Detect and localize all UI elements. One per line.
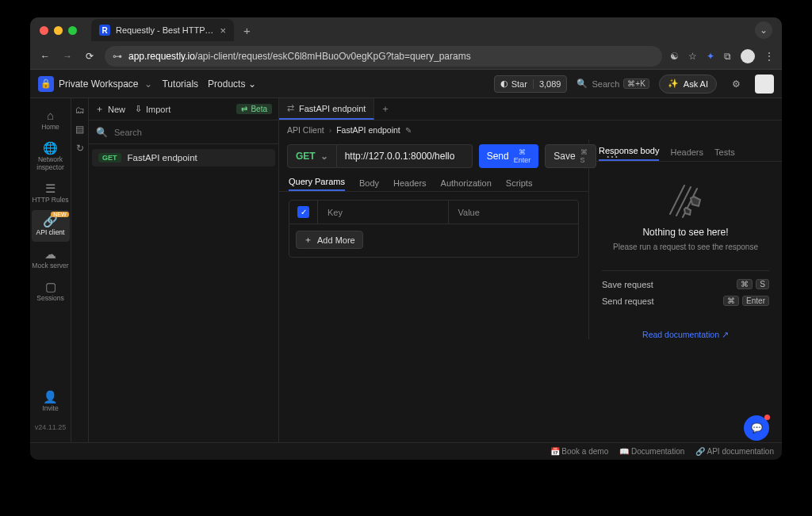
rail-sessions[interactable]: ▢ Sessions xyxy=(32,276,70,307)
sidebar-search-input[interactable] xyxy=(114,128,274,137)
external-link-icon: ↗ xyxy=(722,330,729,339)
rail-mock-label: Mock server xyxy=(32,262,68,269)
sidebar: ＋New ⇩Import ⇄Beta 🔍 GET FastAPI endpoin… xyxy=(89,98,279,442)
response-panel: Response body Headers Tests Nothing xyxy=(588,140,782,339)
documentation-link[interactable]: 📖 Documentation xyxy=(619,447,684,456)
gear-icon: ⚙ xyxy=(732,78,741,90)
browser-toolbar: ← → ⟳ ⊶ app.requestly.io/api-client/requ… xyxy=(30,43,782,70)
sidebar-rail: 🗂 ▤ ↻ xyxy=(71,98,89,442)
import-button[interactable]: ⇩Import xyxy=(135,104,170,114)
add-tab-button[interactable]: ＋ xyxy=(374,98,396,120)
kebab-menu-icon[interactable]: ⋮ xyxy=(764,51,774,62)
rail-mock-server[interactable]: ☁ Mock server xyxy=(32,243,70,274)
window-controls[interactable] xyxy=(40,26,77,35)
arrows-icon: ⇄ xyxy=(287,103,294,113)
collection-icon[interactable]: 🗂 xyxy=(75,105,85,116)
extensions-menu-icon[interactable]: ⧉ xyxy=(724,51,731,62)
chat-icon: 💬 xyxy=(751,422,763,434)
minimize-window-icon[interactable] xyxy=(54,26,63,35)
rail-api-client-label: API client xyxy=(36,229,65,236)
new-button[interactable]: ＋New xyxy=(95,103,125,115)
reload-button[interactable]: ⟳ xyxy=(82,51,97,62)
tab-response-body[interactable]: Response body xyxy=(599,146,659,161)
maximize-window-icon[interactable] xyxy=(68,26,77,35)
subtab-query-params[interactable]: Query Params xyxy=(289,177,345,191)
environments-icon[interactable]: ▤ xyxy=(75,124,84,135)
browser-tab[interactable]: R Requestly - Best HTTP Interc × xyxy=(91,19,234,41)
request-item[interactable]: GET FastAPI endpoint xyxy=(92,149,275,166)
workspace-selector[interactable]: 🔒 Private Workspace ⌄ xyxy=(38,76,152,92)
subtab-scripts[interactable]: Scripts xyxy=(506,178,533,191)
new-tab-button[interactable]: + xyxy=(243,24,251,37)
table-header: ✓ Key Value xyxy=(289,201,578,224)
key-column-header: Key xyxy=(318,201,448,224)
app-topbar: 🔒 Private Workspace ⌄ Tutorials Products… xyxy=(30,70,782,98)
svg-marker-0 xyxy=(691,197,700,206)
chat-button[interactable]: 💬 xyxy=(744,415,769,441)
close-window-icon[interactable] xyxy=(40,26,48,35)
request-tab[interactable]: ⇄ FastAPI endpoint xyxy=(279,98,374,120)
products-menu[interactable]: Products ⌄ xyxy=(208,78,256,90)
crumb-root[interactable]: API Client xyxy=(287,125,324,135)
close-tab-icon[interactable]: × xyxy=(220,25,226,36)
tab-title: Requestly - Best HTTP Interc xyxy=(116,25,214,35)
book-demo-link[interactable]: 📅 Book a demo xyxy=(550,447,609,456)
chevron-down-icon[interactable]: ⌄ xyxy=(755,21,772,39)
ask-ai-button[interactable]: ✨ Ask AI xyxy=(659,75,717,94)
method-label: GET xyxy=(296,151,316,162)
import-label: Import xyxy=(146,105,170,114)
rail-invite[interactable]: 👤 Invite xyxy=(32,386,70,417)
profile-button[interactable] xyxy=(755,75,774,94)
bookmark-icon[interactable]: ☆ xyxy=(688,51,697,62)
edit-icon[interactable]: ✎ xyxy=(405,126,412,135)
arrows-icon: ⇄ xyxy=(241,105,247,113)
tab-response-headers[interactable]: Headers xyxy=(670,147,703,161)
github-star-button[interactable]: ◐Star 3,089 xyxy=(494,75,568,93)
keyboard-hints: Save request ⌘S Send request ⌘Enter Read… xyxy=(602,270,769,339)
chevron-down-icon: ⌄ xyxy=(144,78,152,90)
subtab-body[interactable]: Body xyxy=(359,178,379,191)
forward-button[interactable]: → xyxy=(60,51,75,62)
sidebar-search: 🔍 xyxy=(89,120,278,144)
video-icon: ▢ xyxy=(45,281,56,292)
api-documentation-link[interactable]: 🔗 API documentation xyxy=(695,447,774,456)
translate-icon[interactable]: ☯ xyxy=(670,51,679,62)
send-button[interactable]: Send ⌘ Enter xyxy=(479,144,539,168)
rail-http-rules[interactable]: ☰ HTTP Rules xyxy=(32,178,70,208)
hint-send: Send request ⌘Enter xyxy=(602,296,769,306)
subtab-authorization[interactable]: Authorization xyxy=(441,178,492,191)
select-all-checkbox[interactable]: ✓ xyxy=(289,201,318,224)
url-input[interactable] xyxy=(337,144,473,168)
rail-network-inspector[interactable]: 🌐 Network inspector xyxy=(32,137,70,176)
products-label: Products xyxy=(208,78,245,90)
save-hint: ⌘ S xyxy=(580,148,588,164)
sidebar-header: ＋New ⇩Import ⇄Beta xyxy=(89,98,278,120)
new-label: New xyxy=(108,105,125,114)
workspace-name: Private Workspace xyxy=(59,78,138,90)
rail-api-client[interactable]: NEW 🔗 API client xyxy=(32,210,70,241)
method-pill: GET xyxy=(98,153,121,162)
tab-tests[interactable]: Tests xyxy=(714,147,735,161)
settings-button[interactable]: ⚙ xyxy=(726,75,745,94)
global-search[interactable]: 🔍 Search ⌘+K xyxy=(576,78,649,89)
address-bar[interactable]: ⊶ app.requestly.io/api-client/request/es… xyxy=(105,46,662,67)
subtab-headers[interactable]: Headers xyxy=(393,178,427,191)
back-button[interactable]: ← xyxy=(38,51,52,62)
method-select[interactable]: GET ⌄ xyxy=(287,144,337,168)
user-plus-icon: 👤 xyxy=(43,391,58,403)
send-hint: ⌘ Enter xyxy=(514,148,531,164)
main: ⇄ FastAPI endpoint ＋ API Client › FastAP… xyxy=(279,98,782,442)
ai-icon: ✨ xyxy=(668,78,679,89)
read-documentation-link[interactable]: Read documentation ↗ xyxy=(602,330,769,339)
query-params-table: ✓ Key Value ＋ Add More xyxy=(289,200,579,258)
empty-title: Nothing to see here! xyxy=(642,227,728,238)
profile-avatar[interactable] xyxy=(741,49,755,63)
extension-icon[interactable]: ✦ xyxy=(707,51,714,62)
tutorials-link[interactable]: Tutorials xyxy=(162,78,198,90)
add-param-button[interactable]: ＋ Add More xyxy=(296,231,363,249)
history-icon[interactable]: ↻ xyxy=(76,143,84,154)
site-info-icon[interactable]: ⊶ xyxy=(113,51,122,62)
search-icon: 🔍 xyxy=(576,78,588,89)
rail-home[interactable]: ⌂ Home xyxy=(32,105,70,136)
cloud-icon: ☁ xyxy=(44,248,56,260)
